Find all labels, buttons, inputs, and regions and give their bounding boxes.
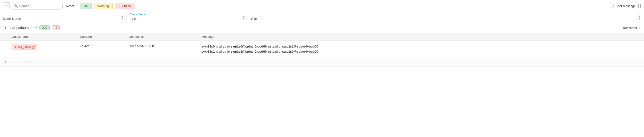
node-name-text: leaf-pod00-su0-r0 (10, 26, 37, 30)
search-icon: 🔍 (14, 4, 18, 8)
partial-critical-badge (25, 61, 32, 63)
layout-toggle-button[interactable] (638, 4, 641, 8)
node-row: ▼ leaf-pod00-su0-r0 200 4 Datacenter-1 (0, 23, 644, 33)
col-header-duration: Duration (80, 35, 128, 39)
node-name-filter: Node Name ▲ ▼ (0, 12, 126, 23)
duration-cell: 1h 42s (80, 44, 128, 48)
node-name-sort[interactable]: ▲ ▼ (121, 15, 124, 20)
col-header-check-name: Check name (12, 35, 80, 39)
msg2-mid: is wired to (215, 50, 231, 53)
msg2-actual: swp1s1@spine-0-pod00 (231, 50, 267, 53)
duration-value: 1h 42s (80, 44, 89, 48)
close-icon: × (5, 4, 7, 8)
table-row: check_topology 1h 42s 25/Feb/2025 15:10 … (0, 41, 644, 58)
search-input[interactable] (19, 4, 58, 8)
check-name-badge: check_topology (12, 44, 37, 50)
brief-message-area: Brief Message (610, 4, 641, 8)
message-line-2: swp33s1 is wired to swp1s1@spine-0-pod00… (202, 49, 632, 54)
layout-col-2 (640, 4, 641, 8)
toolbar: × 🔍 Reset OK Warning ✓ Critical Brief Me… (0, 0, 644, 12)
message-line-1: swp33s0 is wired to swp1s0@spine-0-pod00… (202, 44, 632, 49)
msg2-expected: swp1s0@spine-0-pod00 (282, 50, 318, 53)
site-value: Site (251, 14, 257, 21)
check-name-sort[interactable]: ▲ ▼ (243, 15, 245, 20)
filter-row: Node Name ▲ ▼ Check Name ▲ ▼ Site ▲ ▼ (0, 12, 644, 23)
reset-button[interactable]: Reset (62, 3, 78, 9)
col-header-last-check: Last check (128, 35, 202, 39)
sort-down-icon: ▼ (243, 18, 245, 20)
check-header-row: Check name Duration Last check Message (0, 33, 644, 41)
sort-up-icon: ▲ (638, 15, 641, 17)
sort-up-icon: ▲ (243, 15, 245, 17)
check-name-filter: Check Name ▲ ▼ (126, 12, 248, 23)
msg1-mid: is wired to (215, 45, 231, 48)
brief-message-label: Brief Message (616, 4, 636, 8)
critical-button[interactable]: ✓ Critical (115, 3, 135, 9)
datacenter-text: Datacenter-1 (622, 26, 640, 30)
check-name-cell: check_topology (12, 44, 80, 50)
ok-badge: 200 (40, 25, 50, 30)
col-header-message: Message (202, 35, 632, 39)
msg1-expected: swp1s1@spine-0-pod00 (282, 45, 318, 48)
msg2-instead: instead of (267, 50, 282, 53)
last-check-cell: 25/Feb/2025 15:10 (128, 44, 202, 48)
site-sort[interactable]: ▲ ▼ (638, 15, 641, 20)
ok-button[interactable]: OK (80, 3, 92, 9)
critical-label: Critical (122, 4, 132, 8)
sort-down-icon: ▼ (121, 18, 124, 20)
table-area: ▼ leaf-pod00-su0-r0 200 4 Datacenter-1 C… (0, 23, 644, 67)
message-cell: swp33s0 is wired to swp1s0@spine-0-pod00… (202, 44, 632, 54)
check-name-float-label: Check Name (130, 13, 145, 16)
layout-col-1 (638, 4, 639, 8)
close-button[interactable]: × (3, 3, 10, 9)
warning-button[interactable]: Warning (94, 3, 113, 9)
sort-up-icon: ▲ (121, 15, 124, 17)
site-filter: Site ▲ ▼ (248, 12, 644, 23)
checkmark-icon: ✓ (118, 4, 121, 8)
node-name-value: Node Name (3, 14, 21, 21)
search-box: 🔍 (12, 2, 60, 10)
msg2-host: swp33s1 (202, 50, 215, 53)
partial-node-row: ▼ (0, 58, 644, 67)
partial-chevron: ▼ (4, 60, 7, 64)
critical-badge: 4 (52, 25, 60, 30)
msg1-actual: swp1s0@spine-0-pod00 (231, 45, 267, 48)
partial-ok-badge (10, 61, 22, 63)
msg1-instead: instead of (267, 45, 282, 48)
sort-down-icon: ▼ (638, 18, 641, 20)
last-check-value: 25/Feb/2025 15:10 (128, 44, 155, 48)
node-expand-chevron[interactable]: ▼ (4, 26, 7, 30)
msg1-host: swp33s0 (202, 45, 215, 48)
brief-message-checkbox[interactable] (610, 4, 614, 8)
